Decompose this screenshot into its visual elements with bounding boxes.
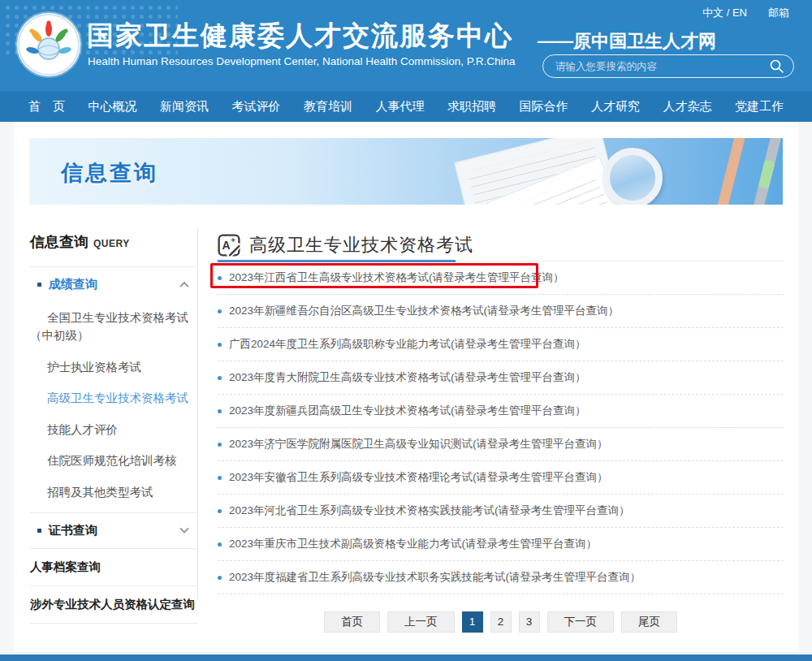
exam-list-row: 广西2024年度卫生系列高级职称专业能力考试(请登录考生管理平台查询） bbox=[218, 328, 784, 361]
chevron-down-icon[interactable] bbox=[179, 524, 188, 533]
page-button[interactable]: 下一页 bbox=[547, 611, 615, 633]
bullet-dot-icon bbox=[218, 542, 222, 547]
bullet-dot-icon bbox=[218, 376, 222, 380]
column-divider bbox=[197, 227, 198, 599]
exam-link[interactable]: 2023年度青大附院卫生高级专业技术资格考试(请登录考生管理平台查询） bbox=[229, 370, 586, 385]
page-banner: 信息查询 bbox=[29, 138, 783, 205]
footer-bar bbox=[0, 655, 812, 661]
bullet-dot-icon bbox=[218, 443, 222, 447]
nav-item-5[interactable]: 人事代理 bbox=[376, 99, 425, 114]
exam-grade-icon: A + bbox=[218, 234, 240, 257]
section-header: A + 高级卫生专业技术资格考试 bbox=[218, 230, 784, 261]
sidebar: 信息查询QUERY 成绩查询全国卫生专业技术资格考试（中初级）护士执业资格考试高… bbox=[30, 230, 197, 624]
pencil-illustration bbox=[711, 138, 748, 205]
sidebar-item[interactable]: 技能人才评价 bbox=[30, 414, 197, 445]
nav-item-0[interactable]: 首 页 bbox=[28, 99, 65, 114]
exam-link[interactable]: 2023年重庆市卫生技术副高级资格专业能力考试(请登录考生管理平台查询） bbox=[229, 537, 597, 551]
page-button-current[interactable]: 1 bbox=[462, 611, 483, 633]
main-navigation: 首 页中心概况新闻资讯考试评价教育培训人事代理求职招聘国际合作人才研究人才杂志党… bbox=[0, 91, 812, 122]
site-header: 国家卫生健康委人才交流服务中心 Health Human Resources D… bbox=[0, 0, 812, 91]
sidebar-item[interactable]: 全国卫生专业技术资格考试（中初级） bbox=[30, 302, 197, 352]
bullet-dot-icon bbox=[218, 409, 222, 413]
nav-item-6[interactable]: 求职招聘 bbox=[447, 99, 496, 114]
sidebar-section-label: 证书查询 bbox=[49, 523, 97, 538]
bullet-dot-icon bbox=[218, 276, 222, 280]
bullet-dot-icon bbox=[218, 476, 222, 480]
site-title: 国家卫生健康委人才交流服务中心 bbox=[87, 18, 513, 54]
exam-list-row: 2023年河北省卫生系列高级专业技术资格实践技能考试(请登录考生管理平台查询） bbox=[218, 495, 784, 528]
sidebar-item[interactable]: 招聘及其他类型考试 bbox=[30, 477, 197, 508]
sidebar-link-2[interactable]: 人事档案查询 bbox=[30, 549, 197, 585]
sidebar-section-label: 成绩查询 bbox=[49, 277, 97, 292]
square-bullet-icon bbox=[37, 283, 41, 287]
svg-text:+: + bbox=[231, 235, 235, 244]
exam-link[interactable]: 2023年安徽省卫生系列高级专业技术资格理论考试(请登录考生管理平台查询） bbox=[229, 470, 608, 485]
exam-link[interactable]: 广西2024年度卫生系列高级职称专业能力考试(请登录考生管理平台查询） bbox=[229, 337, 586, 352]
main-column: A + 高级卫生专业技术资格考试 2023年江西省卫生高级专业技术资格考试(请登… bbox=[218, 230, 784, 633]
sidebar-link-3[interactable]: 涉外专业技术人员资格认定查询 bbox=[30, 586, 197, 623]
exam-list-row: 2023年度福建省卫生系列高级专业技术职务实践技能考试(请登录考生管理平台查询） bbox=[218, 561, 784, 594]
divider bbox=[30, 623, 197, 624]
nav-item-7[interactable]: 国际合作 bbox=[520, 99, 568, 114]
section-title: 高级卫生专业技术资格考试 bbox=[249, 233, 473, 257]
banner-title: 信息查询 bbox=[61, 158, 158, 188]
exam-link[interactable]: 2023年江西省卫生高级专业技术资格考试(请登录考生管理平台查询） bbox=[229, 270, 564, 285]
content-container: 信息查询 信息查询QUERY 成绩查询全国卫生专业技术资格考试（中初级）护士执业… bbox=[14, 122, 798, 651]
nav-item-10[interactable]: 党建工作 bbox=[735, 99, 784, 114]
exam-list-row: 2023年度新疆兵团高级卫生专业技术资格考试(请登录考生管理平台查询） bbox=[218, 395, 784, 428]
page-button[interactable]: 3 bbox=[519, 611, 540, 633]
sidebar-section-1[interactable]: 证书查询 bbox=[30, 513, 197, 548]
nav-item-8[interactable]: 人才研究 bbox=[591, 99, 640, 114]
page-button[interactable]: 尾页 bbox=[621, 611, 677, 633]
chevron-up-icon[interactable] bbox=[179, 281, 188, 290]
site-subtitle: Health Human Resources Development Cente… bbox=[88, 55, 516, 67]
site-alias: ——原中国卫生人才网 bbox=[538, 29, 716, 54]
search-box[interactable] bbox=[542, 54, 794, 78]
topbar: 中文 / EN 邮箱 bbox=[702, 6, 789, 20]
sidebar-title: 信息查询QUERY bbox=[30, 230, 197, 252]
nav-item-2[interactable]: 新闻资讯 bbox=[160, 99, 209, 114]
search-input[interactable] bbox=[543, 61, 770, 72]
exam-link[interactable]: 2023年度福建省卫生系列高级专业技术职务实践技能考试(请登录考生管理平台查询） bbox=[229, 570, 641, 585]
exam-list-row: 2023年新疆维吾尔自治区高级卫生专业技术资格考试(请登录考生管理平台查询） bbox=[218, 295, 784, 328]
bullet-dot-icon bbox=[218, 343, 222, 347]
exam-list-row: 2023年济宁医学院附属医院卫生高级专业知识测试(请登录考生管理平台查询） bbox=[218, 428, 784, 461]
exam-link[interactable]: 2023年济宁医学院附属医院卫生高级专业知识测试(请登录考生管理平台查询） bbox=[229, 437, 608, 451]
sidebar-item[interactable]: 住院医师规范化培训考核 bbox=[30, 445, 197, 476]
sidebar-title-en: QUERY bbox=[93, 238, 130, 249]
exam-link[interactable]: 2023年新疆维吾尔自治区高级卫生专业技术资格考试(请登录考生管理平台查询） bbox=[229, 304, 619, 318]
bullet-dot-icon bbox=[218, 576, 222, 580]
square-bullet-icon bbox=[37, 529, 41, 533]
exam-list: 2023年江西省卫生高级专业技术资格考试(请登录考生管理平台查询）2023年新疆… bbox=[218, 261, 784, 594]
exam-list-row: 2023年江西省卫生高级专业技术资格考试(请登录考生管理平台查询） bbox=[218, 261, 784, 295]
site-logo[interactable] bbox=[17, 13, 80, 76]
logo-emblem-icon bbox=[17, 13, 80, 76]
pen-illustration bbox=[749, 138, 783, 205]
nav-item-3[interactable]: 考试评价 bbox=[232, 99, 281, 114]
language-switch[interactable]: 中文 / EN bbox=[702, 6, 747, 20]
sidebar-section-0[interactable]: 成绩查询 bbox=[30, 267, 197, 302]
mailbox-link[interactable]: 邮箱 bbox=[768, 6, 789, 20]
exam-list-row: 2023年度青大附院卫生高级专业技术资格考试(请登录考生管理平台查询） bbox=[218, 361, 784, 395]
sidebar-item[interactable]: 护士执业资格考试 bbox=[30, 352, 197, 382]
exam-list-row: 2023年安徽省卫生系列高级专业技术资格理论考试(请登录考生管理平台查询） bbox=[218, 461, 784, 495]
bullet-dot-icon bbox=[218, 309, 222, 313]
nav-item-4[interactable]: 教育培训 bbox=[304, 99, 352, 114]
page-button[interactable]: 2 bbox=[490, 611, 512, 633]
page-button[interactable]: 上一页 bbox=[387, 611, 455, 633]
exam-link[interactable]: 2023年度新疆兵团高级卫生专业技术资格考试(请登录考生管理平台查询） bbox=[229, 404, 586, 418]
search-icon[interactable] bbox=[770, 59, 784, 73]
svg-text:A: A bbox=[222, 239, 230, 252]
exam-list-row: 2023年重庆市卫生技术副高级资格专业能力考试(请登录考生管理平台查询） bbox=[218, 528, 784, 561]
exam-link[interactable]: 2023年河北省卫生系列高级专业技术资格实践技能考试(请登录考生管理平台查询） bbox=[229, 503, 630, 518]
pagination: 首页上一页123下一页尾页 bbox=[218, 611, 784, 633]
page-button[interactable]: 首页 bbox=[324, 611, 380, 633]
sidebar-sublist: 全国卫生专业技术资格考试（中初级）护士执业资格考试高级卫生专业技术资格考试技能人… bbox=[30, 302, 197, 512]
nav-item-1[interactable]: 中心概况 bbox=[89, 99, 137, 114]
nav-item-9[interactable]: 人才杂志 bbox=[663, 99, 712, 114]
sidebar-item[interactable]: 高级卫生专业技术资格考试 bbox=[30, 382, 197, 413]
magnifier-illustration bbox=[603, 148, 663, 205]
sidebar-title-cn: 信息查询 bbox=[30, 234, 89, 250]
bullet-dot-icon bbox=[218, 509, 222, 513]
